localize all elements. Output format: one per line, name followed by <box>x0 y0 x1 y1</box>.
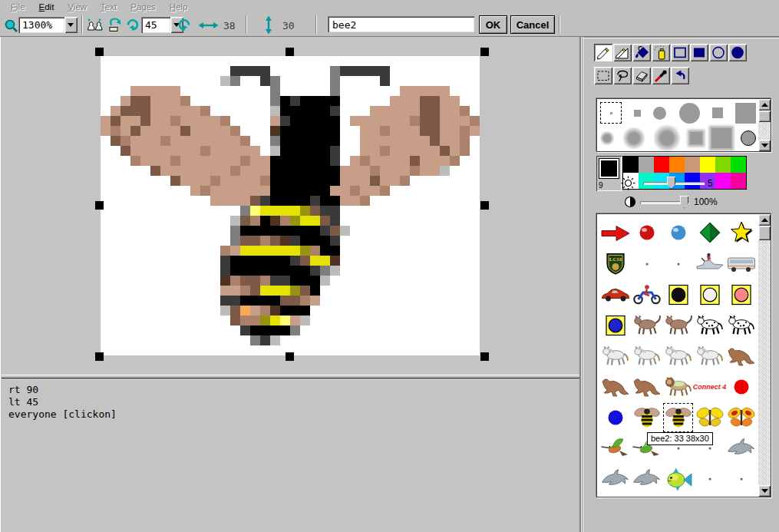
butterfly-orange-shape[interactable] <box>725 402 757 433</box>
selection-handle[interactable] <box>286 48 294 56</box>
rectangle-outline-tool-button[interactable] <box>671 44 689 61</box>
brush-scroll-up-button[interactable] <box>758 99 771 111</box>
color-swatch[interactable] <box>654 157 669 173</box>
color-swatch[interactable] <box>639 173 654 189</box>
white-token-shape[interactable] <box>694 279 725 310</box>
dalmatian-shape[interactable] <box>725 310 757 341</box>
lcsi-crest-shape[interactable]: LCSI <box>599 249 631 279</box>
cancel-button[interactable]: Cancel <box>510 15 555 34</box>
horse-shape[interactable] <box>631 341 662 372</box>
blue-ball-shape[interactable] <box>662 218 694 249</box>
rectangle-filled-tool-button[interactable] <box>690 44 708 61</box>
motorcycle-shape[interactable] <box>631 279 662 310</box>
brush-scrollbar[interactable] <box>758 99 771 151</box>
ellipse-filled-tool-button[interactable] <box>728 44 747 61</box>
shape-canvas[interactable] <box>101 56 480 355</box>
shapes-scrollbar[interactable] <box>758 214 771 497</box>
blue-circle-shape[interactable] <box>599 402 631 433</box>
contrast-slider[interactable] <box>640 201 689 204</box>
brush-dot[interactable] <box>600 102 622 124</box>
lion-shape[interactable] <box>662 372 694 402</box>
selection-handle[interactable] <box>480 201 489 210</box>
brush-circle[interactable] <box>679 103 700 124</box>
connect4-label-shape[interactable]: Connect 4 <box>694 372 725 402</box>
command-center[interactable]: rt 90lt 45everyone [clickon] <box>2 378 579 532</box>
pink-token-shape[interactable] <box>725 279 757 310</box>
dolphin-shape[interactable] <box>631 464 662 494</box>
brush-square[interactable] <box>735 103 756 124</box>
eyedropper-tool-button[interactable] <box>652 67 670 84</box>
selection-handle[interactable] <box>286 352 294 361</box>
dalmatian-shape[interactable] <box>694 310 725 341</box>
dolphin-shape[interactable] <box>725 433 757 464</box>
menu-edit[interactable]: Edit <box>33 2 61 12</box>
butterfly-yellow-shape[interactable] <box>694 402 725 433</box>
yellow-star-shape[interactable] <box>725 218 757 249</box>
bee-shape[interactable] <box>631 402 662 433</box>
red-ball-shape[interactable] <box>631 218 662 249</box>
dolphin-shape[interactable] <box>599 464 631 494</box>
brush-soft-square[interactable] <box>711 128 731 148</box>
hummingbird-shape[interactable] <box>599 433 631 464</box>
horse-shape[interactable] <box>662 341 694 372</box>
cat-shape[interactable] <box>631 310 662 341</box>
eraser-tool-button[interactable] <box>632 67 651 84</box>
color-swatch[interactable] <box>639 157 654 173</box>
brightness-slider[interactable] <box>643 182 705 185</box>
blue-token-shape[interactable] <box>599 310 631 341</box>
right-arrow-shape[interactable] <box>599 218 631 249</box>
selection-handle[interactable] <box>480 352 489 361</box>
line-tool-button[interactable] <box>613 44 632 61</box>
brush-soft-circle[interactable] <box>600 131 614 145</box>
brush-scroll-down-button[interactable] <box>758 140 771 151</box>
pencil-tool-button[interactable] <box>594 44 612 61</box>
brush-circle[interactable] <box>653 107 666 120</box>
selection-handle[interactable] <box>480 48 489 56</box>
tropical-fish-shape[interactable] <box>662 464 694 494</box>
jet-ski-shape[interactable] <box>694 249 725 279</box>
kangaroo-shape[interactable] <box>599 372 631 402</box>
selection-handle[interactable] <box>95 352 104 361</box>
flip-horizontal-icon[interactable] <box>86 17 104 33</box>
lasso-tool-button[interactable] <box>613 67 632 84</box>
select-rectangle-tool-button[interactable] <box>594 67 612 84</box>
color-swatch[interactable] <box>669 157 685 173</box>
color-swatch[interactable] <box>715 157 731 173</box>
rotate-left-icon[interactable] <box>177 18 193 32</box>
brush-soft-circle[interactable] <box>654 125 680 151</box>
zoom-select[interactable]: 1300% <box>18 17 78 33</box>
brush-square[interactable] <box>712 107 723 118</box>
brush-square[interactable] <box>634 110 641 117</box>
car-shape[interactable] <box>599 279 631 310</box>
bee2-shape[interactable] <box>662 402 694 433</box>
brush-scroll-thumb[interactable] <box>758 111 771 122</box>
brush-ring-circle[interactable] <box>741 131 756 146</box>
shapes-scroll-thumb[interactable] <box>758 226 771 240</box>
brush-soft-square[interactable] <box>690 132 702 144</box>
green-diamond-shape[interactable] <box>694 218 725 249</box>
horse-shape[interactable] <box>694 341 725 372</box>
shapes-scroll-up-button[interactable] <box>758 214 771 226</box>
flip-vertical-icon[interactable] <box>105 16 122 33</box>
spray-can-tool-button[interactable] <box>652 44 670 61</box>
shape-name-input[interactable] <box>328 16 474 32</box>
color-swatch[interactable] <box>685 173 700 189</box>
fill-bucket-tool-button[interactable] <box>632 44 651 61</box>
horse-shape[interactable] <box>599 341 631 372</box>
kangaroo-shape[interactable] <box>725 341 757 372</box>
selection-handle[interactable] <box>95 48 104 56</box>
cat-shape[interactable] <box>662 310 694 341</box>
rotate-right-icon[interactable] <box>124 18 140 32</box>
undo-tool-button[interactable] <box>671 67 689 84</box>
brush-soft-circle[interactable] <box>623 127 645 149</box>
color-swatch[interactable] <box>715 173 731 189</box>
kangaroo-shape[interactable] <box>631 372 662 402</box>
color-swatch[interactable] <box>700 157 715 173</box>
black-token-shape[interactable] <box>662 279 694 310</box>
bus-shape[interactable] <box>725 249 757 279</box>
color-swatch[interactable] <box>685 157 700 173</box>
color-swatch[interactable] <box>731 157 746 173</box>
shapes-scroll-down-button[interactable] <box>758 485 771 497</box>
contrast-slider-thumb[interactable] <box>680 196 688 208</box>
zoom-dropdown-button[interactable] <box>64 17 78 33</box>
